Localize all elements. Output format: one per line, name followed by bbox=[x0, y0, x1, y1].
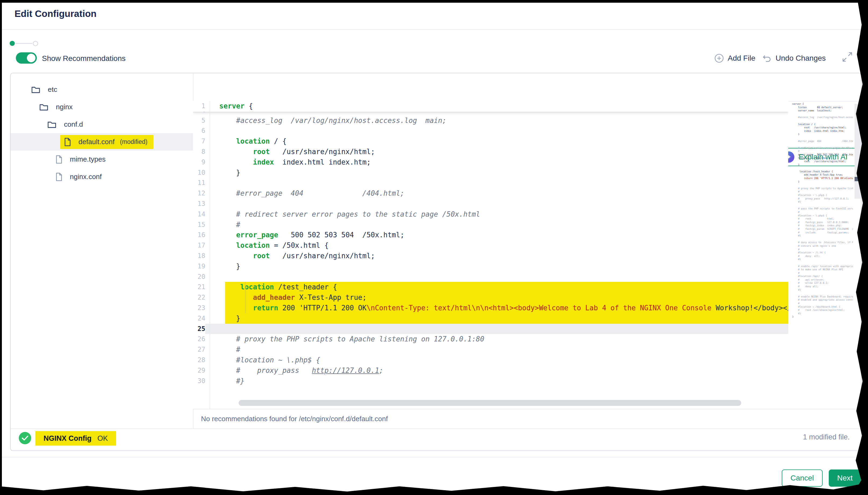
minimap-line: # pass the PHP scripts to FastCGI server… bbox=[792, 207, 853, 210]
minimap-line: #location = /dashboard.html { bbox=[792, 305, 853, 309]
code-line-24: 24 } bbox=[193, 313, 788, 324]
code-line-27: 27 # bbox=[193, 344, 788, 355]
tree-item-content: etc bbox=[28, 83, 63, 96]
tree-item-label: conf.d bbox=[64, 120, 83, 129]
minimap-line: error_page 500 502 503 504 /50x.html; bbox=[792, 153, 853, 156]
file-icon bbox=[55, 173, 62, 181]
selected-file-highlight: default.conf(modified) bbox=[60, 135, 153, 149]
expand-icon bbox=[842, 51, 851, 61]
minimap-line bbox=[792, 136, 853, 140]
code-line-7: 7 location / { bbox=[193, 136, 788, 147]
minimap-line: # bbox=[792, 210, 853, 214]
minimap-line: # deny all; bbox=[792, 255, 853, 258]
minimap-line: # root html; bbox=[792, 217, 853, 221]
line-content bbox=[210, 126, 788, 136]
nginx-config-status: OK bbox=[97, 434, 108, 443]
line-number: 28 bbox=[193, 355, 205, 365]
line-number: 9 bbox=[193, 157, 205, 168]
line-number: 29 bbox=[193, 365, 205, 376]
minimap-line: # bbox=[792, 190, 853, 193]
minimap-line: #access_log /var/log/nginx/host.access.l… bbox=[792, 116, 853, 119]
minimap-line bbox=[792, 113, 853, 116]
minimap-line bbox=[792, 167, 853, 170]
minimap-line: listen 80 default_server; bbox=[792, 106, 853, 109]
minimap-line: # bbox=[792, 302, 853, 305]
tree-item-nginx.conf[interactable]: nginx.conf bbox=[11, 168, 193, 186]
code-line-9: 9 index index.html index.htm; bbox=[193, 157, 788, 168]
line-content: add_header X-Test-App true; bbox=[210, 292, 788, 303]
line-content: # bbox=[210, 220, 788, 230]
stepper-connector bbox=[16, 43, 32, 44]
line-number: 19 bbox=[193, 261, 205, 272]
minimap-line: location /test_header { bbox=[792, 170, 853, 173]
cancel-button[interactable]: Cancel bbox=[782, 470, 823, 487]
code-line-16: 16 error_page 500 502 503 504 /50x.html; bbox=[193, 230, 788, 240]
modified-files-count: 1 modified file. bbox=[803, 433, 850, 441]
tree-item-label: default.conf bbox=[79, 138, 114, 146]
file-icon bbox=[55, 155, 62, 164]
undo-changes-button[interactable]: Undo Changes bbox=[762, 53, 826, 63]
minimap-line: index index.html index.htm; bbox=[792, 130, 853, 133]
tree-item-conf.d[interactable]: conf.d bbox=[11, 116, 193, 133]
tree-item-content: nginx bbox=[36, 100, 79, 114]
minimap-line: location = /50x.html { bbox=[792, 156, 853, 160]
minimap-line: root /usr/share/nginx/html; bbox=[792, 126, 853, 130]
line-number: 22 bbox=[193, 292, 205, 303]
minimap-line: # bbox=[792, 248, 853, 251]
line-number: 12 bbox=[193, 188, 205, 199]
minimap-line: # api write=on; bbox=[792, 278, 853, 281]
line-number: 17 bbox=[193, 240, 205, 251]
minimap-line: # proxy the PHP scripts to Apache listen… bbox=[792, 187, 853, 190]
code-lines: 3 server_name localhost;45 #access_log /… bbox=[193, 101, 788, 386]
stepper-step-1[interactable] bbox=[10, 41, 15, 46]
next-button[interactable]: Next bbox=[829, 470, 861, 487]
line-number: 14 bbox=[193, 209, 205, 220]
code-line-18: 18 root /usr/share/nginx/html; bbox=[193, 251, 788, 261]
screen: Edit Configuration Show Recommendations … bbox=[0, 0, 868, 495]
code-line-12: 12 #error_page 404 /404.html; bbox=[193, 188, 788, 199]
plus-circle-icon bbox=[714, 53, 724, 63]
code-line-8: 8 root /usr/share/nginx/html; bbox=[193, 147, 788, 157]
line-content: location = /50x.html { bbox=[210, 240, 788, 251]
line-number: 1 bbox=[193, 101, 205, 112]
minimap-line: # bbox=[792, 150, 853, 153]
show-recommendations-toggle[interactable] bbox=[16, 52, 37, 64]
minimap-line bbox=[792, 119, 853, 123]
tree-item-label: etc bbox=[48, 85, 57, 94]
no-recommendations-text: No recommendations found for /etc/nginx/… bbox=[201, 415, 388, 423]
show-recommendations-label: Show Recommendations bbox=[42, 54, 126, 63]
stepper-step-2[interactable] bbox=[33, 41, 38, 46]
line-number: 11 bbox=[193, 178, 205, 188]
line-number: 6 bbox=[193, 126, 205, 136]
code-line-22: 22 add_header X-Test-App true; bbox=[193, 292, 788, 303]
line-content bbox=[210, 178, 788, 188]
minimap-line: # to make use of NGINX Plus API bbox=[792, 268, 853, 271]
tree-item-etc[interactable]: etc bbox=[11, 81, 193, 98]
file-tree: etcnginxconf.ddefault.conf(modified)mime… bbox=[11, 81, 193, 186]
line-content: location / { bbox=[210, 136, 788, 147]
minimap-line: # allow 127.0.0.1; bbox=[792, 281, 853, 285]
line-content: } bbox=[210, 168, 788, 178]
horizontal-scrollbar[interactable] bbox=[239, 400, 741, 406]
tree-item-default.conf[interactable]: default.conf(modified) bbox=[11, 133, 193, 151]
minimap-line: # fastcgi_pass 127.0.0.1:9000; bbox=[792, 221, 853, 224]
line-content: root /usr/share/nginx/html; bbox=[210, 251, 788, 261]
add-file-button[interactable]: Add File bbox=[714, 53, 755, 63]
line-number: 10 bbox=[193, 168, 205, 178]
line-number: 27 bbox=[193, 344, 205, 355]
line-number: 24 bbox=[193, 313, 205, 324]
line-content bbox=[210, 199, 788, 209]
tree-item-mime.types[interactable]: mime.types bbox=[11, 151, 193, 168]
folder-icon bbox=[39, 103, 48, 111]
tree-item-nginx[interactable]: nginx bbox=[11, 98, 193, 116]
code-line-19: 19 } bbox=[193, 261, 788, 272]
line-number: 18 bbox=[193, 251, 205, 261]
code-editor[interactable]: 3 server_name localhost;45 #access_log /… bbox=[193, 101, 788, 409]
code-line-13: 13 bbox=[193, 199, 788, 209]
minimap-line: # proxy_pass http://127.0.0.1; bbox=[792, 197, 853, 201]
expand-button[interactable] bbox=[842, 51, 851, 61]
editor-minimap[interactable]: server { listen 80 default_server; serve… bbox=[792, 102, 853, 406]
minimap-line: #location /api/ { bbox=[792, 275, 853, 278]
minimap-line: # concurs with nginx's one bbox=[792, 244, 853, 248]
minimap-line bbox=[792, 204, 853, 207]
